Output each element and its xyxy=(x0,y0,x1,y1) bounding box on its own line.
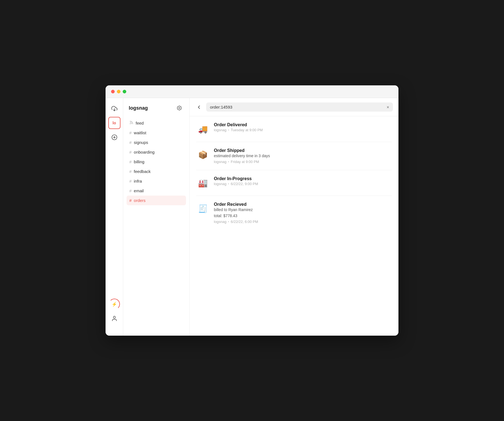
inbox-icon[interactable] xyxy=(108,102,120,115)
bolt-icon[interactable]: ⚡ xyxy=(108,298,120,310)
search-input-wrap: × xyxy=(206,102,393,112)
settings-button[interactable] xyxy=(175,104,184,112)
back-button[interactable] xyxy=(195,103,203,111)
event-icon-delivered: 🚚 xyxy=(196,122,209,136)
main-content: × 🚚 Order Delivered logsnag • Tuesday at… xyxy=(190,98,398,336)
event-content: Order Recieved billed to Ryan Ramirez to… xyxy=(214,202,392,224)
minimize-button[interactable] xyxy=(117,90,120,93)
table-row: 🏭 Order In-Progress logsnag • 6/22/22, 9… xyxy=(196,170,392,196)
event-content: Order Delivered logsnag • Tuesday at 9:0… xyxy=(214,122,392,132)
maximize-button[interactable] xyxy=(123,90,126,93)
sidebar-item-label: infra xyxy=(134,179,142,183)
svg-point-5 xyxy=(179,107,180,109)
event-time: Friday at 9:00 PM xyxy=(231,160,259,164)
meta-separator: • xyxy=(228,160,229,163)
meta-separator: • xyxy=(228,128,229,131)
add-icon[interactable] xyxy=(108,131,120,143)
title-bar xyxy=(106,85,398,98)
close-button[interactable] xyxy=(111,90,115,93)
table-row: 📦 Order Shipped estimated delivery time … xyxy=(196,142,392,170)
app-title: logsnag xyxy=(129,105,148,111)
app-window: lo ⚡ xyxy=(106,85,398,336)
event-time: 6/22/22, 9:00 PM xyxy=(231,182,258,186)
sidebar-nav: feed # waitlist # signups # onboarding # xyxy=(123,117,189,336)
app-body: lo ⚡ xyxy=(106,98,398,336)
sidebar-item-email[interactable]: # email xyxy=(127,186,186,196)
svg-point-6 xyxy=(130,123,130,124)
events-list: 🚚 Order Delivered logsnag • Tuesday at 9… xyxy=(190,116,398,336)
sidebar-item-orders[interactable]: # orders xyxy=(127,196,186,205)
event-meta: logsnag • 6/22/22, 9:00 PM xyxy=(214,182,392,186)
event-source: logsnag xyxy=(214,128,227,132)
sidebar-item-signups[interactable]: # signups xyxy=(127,138,186,147)
search-bar: × xyxy=(190,98,398,116)
clear-button[interactable]: × xyxy=(387,105,389,109)
sidebar-item-label: feed xyxy=(136,121,144,125)
event-time: Tuesday at 9:00 PM xyxy=(231,128,263,132)
sidebar-item-infra[interactable]: # infra xyxy=(127,176,186,186)
event-desc: estimated delivery time in 3 days xyxy=(214,154,392,158)
event-source: logsnag xyxy=(214,182,227,186)
sidebar-item-waitlist[interactable]: # waitlist xyxy=(127,128,186,138)
sidebar-item-feedback[interactable]: # feedback xyxy=(127,167,186,176)
sidebar-item-label: onboarding xyxy=(134,150,154,154)
sidebar-item-label: waitlist xyxy=(134,130,146,135)
table-row: 🧾 Order Recieved billed to Ryan Ramirez … xyxy=(196,196,392,230)
event-content: Order Shipped estimated delivery time in… xyxy=(214,148,392,164)
sidebar-item-label: orders xyxy=(134,198,146,203)
event-title: Order Recieved xyxy=(214,202,392,207)
search-input[interactable] xyxy=(210,105,385,109)
table-row: 🚚 Order Delivered logsnag • Tuesday at 9… xyxy=(196,116,392,142)
event-title: Order In-Progress xyxy=(214,176,392,181)
event-meta: logsnag • Tuesday at 9:00 PM xyxy=(214,128,392,132)
event-title: Order Shipped xyxy=(214,148,392,153)
sidebar: logsnag xyxy=(123,98,190,336)
sidebar-item-label: email xyxy=(134,188,144,193)
sidebar-item-label: feedback xyxy=(134,169,151,174)
event-source: logsnag xyxy=(214,220,227,224)
sidebar-item-label: billing xyxy=(134,159,144,164)
event-meta: logsnag • 6/22/22, 6:00 PM xyxy=(214,220,392,224)
user-avatar[interactable]: lo xyxy=(108,117,120,129)
sidebar-item-billing[interactable]: # billing xyxy=(127,157,186,167)
event-icon-inprogress: 🏭 xyxy=(196,176,209,190)
event-title: Order Delivered xyxy=(214,122,392,127)
event-desc-line2: total: $778.43 xyxy=(214,214,392,218)
event-time: 6/22/22, 6:00 PM xyxy=(231,220,258,224)
sidebar-item-feed[interactable]: feed xyxy=(127,118,186,128)
sidebar-item-label: signups xyxy=(134,140,148,145)
event-meta: logsnag • Friday at 9:00 PM xyxy=(214,160,392,164)
feed-icon xyxy=(129,120,133,125)
event-content: Order In-Progress logsnag • 6/22/22, 9:0… xyxy=(214,176,392,186)
profile-icon[interactable] xyxy=(108,312,120,325)
event-desc-line1: billed to Ryan Ramirez xyxy=(214,207,392,212)
event-source: logsnag xyxy=(214,160,227,164)
svg-point-4 xyxy=(113,316,115,318)
event-icon-received: 🧾 xyxy=(196,202,209,215)
event-icon-shipped: 📦 xyxy=(196,148,209,161)
sidebar-header: logsnag xyxy=(123,98,189,117)
sidebar-item-onboarding[interactable]: # onboarding xyxy=(127,147,186,157)
icon-rail: lo ⚡ xyxy=(106,98,123,336)
meta-separator: • xyxy=(228,220,229,223)
meta-separator: • xyxy=(228,182,229,185)
